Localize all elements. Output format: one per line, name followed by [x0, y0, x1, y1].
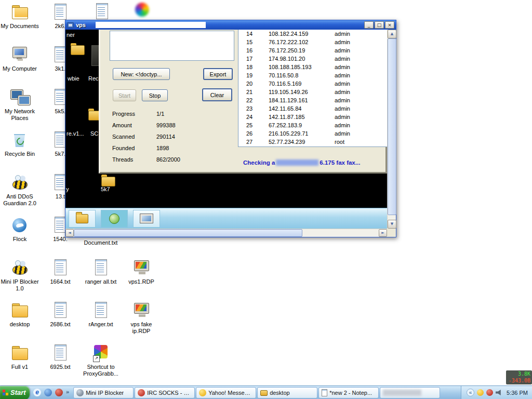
- desktop-icon[interactable]: vps fake ip.RDP: [122, 301, 161, 344]
- remote-app-button[interactable]: [101, 210, 128, 228]
- desktop-icon-label: Flock: [13, 236, 26, 243]
- taskbar-window-button[interactable]: [380, 387, 440, 398]
- result-credential: admin: [335, 31, 387, 37]
- result-row[interactable]: 22 184.11.129.161 admin: [238, 96, 387, 104]
- scanner-text-area[interactable]: [110, 31, 234, 61]
- result-row[interactable]: 14 108.182.24.159 admin: [238, 30, 387, 38]
- result-row[interactable]: 24 142.11.87.185 admin: [238, 113, 387, 121]
- result-row[interactable]: 19 70.116.50.8 admin: [238, 71, 387, 79]
- scroll-up-icon[interactable]: ▲: [388, 30, 396, 38]
- result-credential: admin: [335, 89, 387, 95]
- desktop-icon[interactable]: Shortcut to ProxyGrabb...: [81, 344, 121, 387]
- desktop-icon[interactable]: desktop: [0, 301, 39, 344]
- result-ip: 174.98.101.20: [269, 56, 335, 62]
- desktop-icon-label: 5k7.: [55, 151, 66, 157]
- desktop-icon[interactable]: My Network Places: [0, 88, 39, 131]
- remote-folder-button[interactable]: [69, 210, 96, 228]
- taskbar-button-icon: [260, 390, 268, 396]
- desktop-icon-label: 5k5.: [55, 108, 66, 115]
- result-credential: admin: [335, 130, 387, 137]
- folder-icon[interactable]: [101, 175, 115, 186]
- taskbar-button-icon: [322, 389, 327, 396]
- internet-explorer-icon[interactable]: e: [33, 389, 41, 396]
- result-row[interactable]: 15 76.172.222.102 admin: [238, 38, 387, 46]
- stop-button[interactable]: Stop: [142, 89, 168, 101]
- taskbar-window-button[interactable]: Mini IP Blocker: [73, 387, 134, 398]
- result-row[interactable]: 20 70.116.5.169 admin: [238, 79, 387, 88]
- stat-label: Progress: [112, 111, 156, 122]
- desktop-icon[interactable]: ranger all.txt: [81, 259, 121, 301]
- close-button[interactable]: ×: [385, 21, 394, 29]
- folder-icon: [76, 214, 88, 223]
- desktop-icon-label[interactable]: Document.txt: [81, 240, 121, 246]
- start-button[interactable]: Start: [0, 386, 30, 399]
- desktop-icon[interactable]: Full v1: [0, 344, 39, 387]
- result-row[interactable]: 21 119.105.149.26 admin: [238, 88, 387, 96]
- folder-icon[interactable]: [71, 43, 84, 55]
- window-title: vps: [76, 22, 86, 28]
- remote-app-icon[interactable]: [91, 45, 99, 66]
- result-row[interactable]: 27 52.77.234.239 root: [238, 138, 387, 146]
- result-ip: 108.182.24.159: [269, 31, 335, 37]
- yahoo-messenger-tray-icon[interactable]: [477, 389, 484, 396]
- result-row[interactable]: 25 67.252.183.9 admin: [238, 121, 387, 129]
- quick-launch-overflow-chevron[interactable]: »: [66, 389, 69, 396]
- red-tray-icon[interactable]: [486, 389, 493, 396]
- result-row[interactable]: 26 216.105.229.71 admin: [238, 129, 387, 138]
- clear-button[interactable]: Clear: [202, 88, 232, 101]
- export-button[interactable]: Export: [203, 68, 233, 80]
- desktop-icon-column-1: My Documents My Computer My Network Plac…: [0, 3, 39, 387]
- desktop-icon-image: [51, 4, 70, 21]
- window-titlebar[interactable]: vps _ □ ×: [65, 20, 396, 30]
- result-index: 16: [238, 47, 269, 54]
- desktop-icon[interactable]: vps1.RDP: [122, 259, 161, 301]
- desktop-icon[interactable]: rAnger.txt: [81, 301, 121, 344]
- scroll-left-icon[interactable]: ◄: [65, 229, 74, 237]
- desktop-icon[interactable]: 6925.txt: [41, 344, 80, 387]
- result-index: 19: [238, 72, 269, 78]
- taskbar-window-button[interactable]: desktop: [257, 387, 317, 398]
- taskbar-button-label: desktop: [270, 390, 290, 396]
- scroll-down-icon[interactable]: ▼: [388, 220, 396, 229]
- notepad-file-icon[interactable]: [92, 3, 111, 21]
- remote-icon-label: re.v1...: [66, 130, 84, 137]
- desktop-icon[interactable]: My Computer: [0, 46, 39, 88]
- taskbar-window-button[interactable]: *new 2 - Notep...: [318, 387, 379, 398]
- desktop-icon-image: [10, 174, 29, 192]
- result-row[interactable]: 23 142.11.65.84 admin: [238, 104, 387, 113]
- results-list[interactable]: 14 108.182.24.159 admin 15 76.172.222.10…: [238, 30, 387, 147]
- desktop-icon[interactable]: My Documents: [0, 3, 39, 46]
- horizontal-scroll-thumb[interactable]: [74, 229, 302, 237]
- result-credential: admin: [335, 56, 387, 62]
- result-row[interactable]: 17 174.98.101.20 admin: [238, 55, 387, 63]
- desktop-icon[interactable]: Anti DDoS Guardian 2.0: [0, 174, 39, 216]
- result-row[interactable]: 18 108.188.185.193 admin: [238, 63, 387, 71]
- remote-icon-label: y: [66, 186, 69, 192]
- taskbar-window-button[interactable]: Yahoo! Messenger: [196, 387, 256, 398]
- new-button[interactable]: New: <!doctyp...: [113, 68, 170, 80]
- scroll-right-icon[interactable]: ►: [379, 229, 387, 237]
- remote-icon-label: wbie: [68, 75, 79, 82]
- desktop-icon-label: 2686.txt: [50, 321, 70, 328]
- stat-value: 1/1: [156, 111, 164, 122]
- desktop-icon[interactable]: 2686.txt: [41, 301, 80, 344]
- maximize-button[interactable]: □: [375, 21, 384, 29]
- desktop-icon[interactable]: Mini IP Blocker 1.0: [0, 259, 39, 301]
- horizontal-scrollbar[interactable]: ◄ ►: [65, 229, 387, 237]
- remote-monitor-button[interactable]: [133, 210, 160, 228]
- desktop-icon[interactable]: 1664.txt: [41, 259, 80, 301]
- vertical-scrollbar[interactable]: ▲ ▼: [387, 30, 396, 229]
- vertical-scroll-thumb[interactable]: [388, 38, 396, 215]
- desktop-icon-label: 6925.txt: [50, 364, 70, 370]
- censored-app-icon[interactable]: [133, 2, 152, 20]
- result-row[interactable]: 16 76.172.250.19 admin: [238, 46, 387, 55]
- blue-app-icon[interactable]: [44, 389, 52, 396]
- taskbar-window-button[interactable]: IRC SOCKS - M...: [135, 387, 195, 398]
- desktop-icon[interactable]: Flock: [0, 216, 39, 259]
- desktop-icon[interactable]: Recycle Bin: [0, 131, 39, 174]
- minimize-button[interactable]: _: [364, 21, 374, 29]
- volume-icon[interactable]: [496, 389, 502, 396]
- red-app-icon[interactable]: [55, 389, 63, 396]
- hide-icons-chevron[interactable]: «: [467, 389, 474, 396]
- start-button[interactable]: Start: [113, 89, 136, 101]
